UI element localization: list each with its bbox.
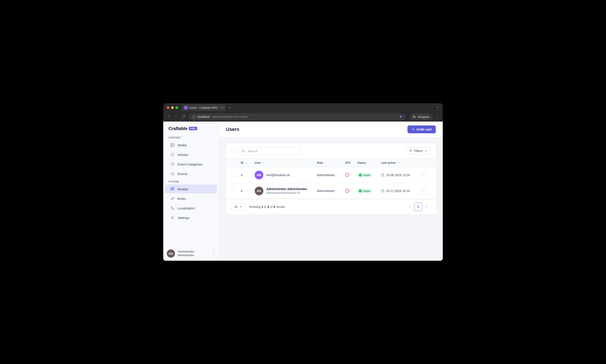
sidebar-item-articles[interactable]: Articles — [165, 150, 217, 159]
2fa-warning-icon: ! — [345, 189, 349, 193]
search-box[interactable] — [238, 147, 301, 155]
app: Craftable PRO CONTENT Media Articles Eve… — [163, 122, 443, 261]
status-badge: Active — [358, 189, 372, 193]
image-icon — [170, 143, 175, 147]
browser-menu-button[interactable] — [436, 115, 439, 119]
column-header-last-active[interactable]: Last active — [381, 161, 420, 164]
column-header-user[interactable]: User — [255, 161, 317, 164]
logo-text: Craftable — [168, 126, 187, 131]
sidebar-item-label: Settings — [178, 216, 189, 220]
content: Filters ID User — [219, 137, 443, 221]
tabs-overflow-button[interactable] — [436, 105, 439, 110]
sidebar-item-events[interactable]: Events — [165, 169, 217, 178]
select-all-checkbox[interactable] — [231, 149, 235, 153]
footer-user: Administrator Administrator — [178, 250, 194, 257]
sidebar-item-access[interactable]: Access — [165, 185, 217, 193]
pager-prev-button[interactable] — [406, 203, 414, 211]
search-icon — [241, 149, 245, 153]
plus-icon — [411, 128, 415, 131]
reload-button[interactable] — [181, 115, 185, 119]
logo-badge: PRO — [189, 127, 197, 130]
sidebar-item-label: Articles — [178, 153, 188, 156]
pager-current[interactable]: 1 — [414, 203, 422, 211]
row-menu-button[interactable] — [420, 171, 427, 179]
search-input[interactable] — [248, 149, 298, 153]
sidebar-item-roles[interactable]: Roles — [165, 194, 217, 203]
new-tab-button[interactable]: + — [228, 105, 231, 110]
filter-icon — [409, 149, 413, 153]
invite-user-button[interactable]: Invite user — [408, 126, 436, 133]
row-menu-button[interactable] — [420, 187, 427, 195]
avatar[interactable]: AA — [167, 249, 175, 258]
page-title: Users — [226, 127, 239, 132]
incognito-icon — [413, 115, 416, 118]
close-tab-icon[interactable]: × — [221, 106, 223, 110]
table-row: 4 AA Administrator Administrator adminis… — [226, 183, 436, 199]
forward-button[interactable] — [174, 114, 178, 119]
cell-role: Administrator — [317, 189, 345, 193]
column-header-2fa: 2FA — [345, 161, 358, 164]
svg-point-22 — [424, 190, 424, 190]
browser-tab[interactable]: Users - Craftable PRO × — [181, 104, 226, 111]
bookmark-star-icon[interactable] — [399, 115, 402, 119]
cell-id: 4 — [241, 189, 255, 193]
svg-point-18 — [424, 174, 424, 174]
footer-user-menu[interactable] — [212, 251, 215, 256]
key-icon — [170, 196, 175, 201]
svg-point-16 — [242, 150, 245, 152]
dashed-circle-icon — [170, 152, 175, 157]
gear-icon — [170, 216, 175, 220]
cell-last-active: 10.11.2024 20:16 — [381, 189, 420, 193]
dashed-circle-icon — [170, 171, 175, 176]
svg-point-23 — [424, 191, 424, 191]
svg-point-11 — [171, 198, 172, 200]
cell-role: Administrator — [317, 173, 345, 177]
per-page-select[interactable]: 15 — [231, 203, 245, 210]
card-toolbar: Filters — [226, 143, 436, 158]
incognito-label: Inkognito — [418, 115, 429, 118]
row-checkbox[interactable] — [231, 189, 235, 193]
traffic-lights — [167, 106, 178, 109]
page-header: Users Invite user — [219, 122, 443, 137]
url-bar[interactable]: localhost/admin/craftable-pro-users — [189, 113, 406, 120]
close-window-button[interactable] — [167, 106, 169, 109]
svg-point-12 — [172, 217, 173, 218]
column-header-status: Status — [358, 161, 381, 164]
svg-point-3 — [437, 117, 438, 118]
svg-point-13 — [213, 252, 214, 252]
chevron-down-icon — [239, 205, 242, 208]
cell-id: 3 — [241, 173, 255, 177]
sidebar-item-media[interactable]: Media — [165, 141, 217, 149]
filters-button[interactable]: Filters — [406, 147, 430, 155]
cell-user-email: administrator@brackets.sk — [266, 191, 307, 195]
table-header: ID User Role 2FA Status Last active — [226, 158, 436, 167]
favicon — [184, 106, 188, 109]
translate-icon — [170, 206, 175, 210]
sidebar-item-label: Localization — [178, 206, 195, 210]
chevron-down-icon — [424, 149, 427, 152]
pager-next-button[interactable] — [422, 203, 430, 211]
logo[interactable]: Craftable PRO — [163, 122, 219, 135]
column-header-id[interactable]: ID — [241, 161, 255, 164]
column-header-role: Role — [317, 161, 345, 164]
back-button[interactable] — [167, 114, 171, 119]
sidebar-item-settings[interactable]: Settings — [165, 213, 217, 222]
row-checkbox[interactable] — [231, 173, 235, 177]
minimize-window-button[interactable] — [171, 106, 174, 109]
svg-point-20 — [424, 176, 424, 176]
results-text: Showing 1 to 2 of 2 results — [249, 205, 285, 208]
chevron-down-icon — [397, 161, 400, 164]
svg-point-5 — [172, 144, 172, 145]
info-icon — [192, 115, 195, 118]
2fa-warning-icon: ! — [345, 173, 349, 177]
address-bar: localhost/admin/craftable-pro-users Inko… — [163, 112, 443, 122]
dashed-circle-icon — [170, 162, 175, 166]
cell-user-name: Administrator Administrator — [266, 187, 307, 191]
avatar: NN — [255, 171, 263, 179]
sidebar-item-localization[interactable]: Localization — [165, 204, 217, 212]
url-path: /admin/craftable-pro-users — [212, 115, 247, 118]
incognito-badge[interactable]: Inkognito — [409, 113, 432, 120]
maximize-window-button[interactable] — [176, 106, 178, 109]
sidebar-item-event-categories[interactable]: Event Categories — [165, 160, 217, 169]
url-host: localhost — [198, 115, 210, 118]
